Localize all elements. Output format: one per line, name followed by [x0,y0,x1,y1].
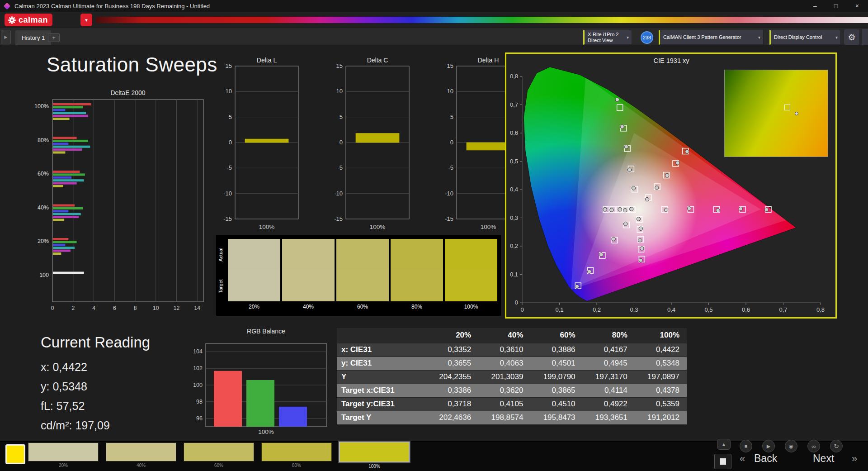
table-cell: 0,4167 [583,343,635,357]
delta_h-bar [467,143,510,150]
calman-logo[interactable]: calman [5,14,52,26]
refresh-button[interactable]: ↻ [830,440,843,452]
target-row-label: Target [218,271,225,302]
table-cell: 0,4114 [583,384,635,397]
table-cell: 0,4422 [635,343,687,357]
svg-text:0,7: 0,7 [779,306,787,313]
svg-text:0: 0 [520,306,524,313]
svg-text:-15: -15 [334,215,343,222]
link-button[interactable]: ∞ [807,440,820,452]
tab-history-1[interactable]: History 1 [15,30,51,45]
chevron-down-icon: ▾ [758,35,760,40]
cie-measured-marker-blue [623,222,627,225]
svg-text:0,1: 0,1 [510,271,518,278]
chevron-down-icon: ▾ [627,35,629,40]
saturation-patch-80%[interactable] [261,442,332,461]
stop-button[interactable]: ■ [740,440,752,452]
layout-view-button[interactable] [714,454,731,469]
meter-dropdown[interactable]: X-Rite i1Pro 2 Direct View ▾ [583,30,632,45]
table-cell: 0,3610 [478,343,530,357]
table-row: Target y:CIE310,37180,41050,45100,49220,… [337,397,687,411]
back-button[interactable]: Back [754,452,777,465]
deltae-bar [53,115,88,117]
back-chevron-icon[interactable]: « [740,453,745,465]
calman-flower-icon [8,16,16,24]
svg-text:80%: 80% [38,137,49,143]
table-cell: 191,2012 [635,411,687,424]
svg-text:100%: 100% [259,224,275,230]
eject-button[interactable]: ▲ [717,439,731,450]
svg-text:10: 10 [447,88,453,95]
svg-text:0,7: 0,7 [510,101,518,108]
maximize-button[interactable]: □ [826,0,846,12]
table-cell: 0,3865 [530,384,582,397]
display-control-dropdown[interactable]: Direct Display Control ▾ [769,30,841,45]
swatch-label: 20% [228,304,280,310]
cie-1931-panel: CIE 1931 xy00,10,20,30,40,50,60,70,800,1… [505,52,837,319]
window-title: Calman 2023 Calman Ultimate for Business… [14,3,210,10]
deltae-bar [53,210,68,212]
deltae-bar [53,241,77,243]
close-button[interactable]: × [846,0,868,12]
deltae-bar [53,118,70,120]
actual-swatch [336,239,389,270]
page-title: Saturation Sweeps [47,53,217,76]
logo-menu-button[interactable]: ▾ [80,14,92,26]
deltae-2000-chart: DeltaE 200002468101214100%80%60%40%20%10… [27,89,212,315]
saturation-patch-60%[interactable] [184,442,254,461]
cie-measured-marker-magenta [640,247,644,250]
cie-measured-marker-yellow [665,173,669,177]
deltae-bar [53,252,61,255]
svg-text:102: 102 [193,365,203,371]
add-tab-button[interactable]: + [48,33,60,42]
svg-text:5: 5 [229,114,232,120]
swatch-label: 40% [282,304,335,310]
swatch-column: 20% [228,239,280,310]
svg-text:CIE 1931 xy: CIE 1931 xy [654,57,690,64]
deltae-bar [53,247,75,249]
svg-text:5: 5 [450,114,453,120]
pattern-generator-dropdown[interactable]: CalMAN Client 3 Pattern Generator ▾ [659,30,764,45]
current-color-chip [5,444,25,464]
next-button[interactable]: Next [813,452,834,465]
meter-count-badge[interactable]: 238 [641,31,653,44]
tab-scroll-button[interactable]: ▶ [1,30,11,44]
minimize-button[interactable]: – [805,0,826,12]
table-header-row: 20%40%60%80%100% [337,328,687,343]
bottom-bar: 20%40%60%80%100% ▲ ■ ▶ ◉ ∞ ↻ « Back Next… [0,441,868,471]
svg-text:8: 8 [134,305,137,311]
svg-text:0: 0 [515,299,518,306]
play-button[interactable]: ▶ [762,440,775,452]
settings-gear-button[interactable]: ⚙ [844,29,860,45]
table-cell: 199,0790 [530,370,582,384]
layout-view-icon [720,458,726,465]
svg-text:-5: -5 [448,164,453,171]
table-cell: 0,4945 [583,357,635,370]
saturation-patch-40%[interactable] [106,442,176,461]
cie-measured-marker-green [624,145,628,148]
next-chevron-icon[interactable]: » [852,453,857,465]
saturation-patch-100%[interactable] [339,442,410,462]
cie-measured-marker-yellow [676,161,679,165]
display-control-name: Direct Display Control [774,34,833,40]
saturation-patch-20%[interactable] [28,442,99,461]
svg-text:0: 0 [51,305,54,311]
deltae-bar [53,219,64,221]
deltae-bar [53,137,77,139]
table-cell: 195,8473 [530,411,582,424]
patch-item: 40% [106,442,176,469]
deltae-bar [53,244,65,246]
table-header-cell: 60% [530,328,582,343]
cie-measured-marker-blue [587,270,591,273]
svg-text:0,1: 0,1 [555,306,563,313]
toolbar-edge-button[interactable] [862,29,868,45]
svg-text:12: 12 [174,305,180,311]
table-cell: 0,3620 [478,384,530,397]
red-balance-bar [214,371,242,427]
svg-text:40%: 40% [38,205,49,211]
row-label: y: CIE31 [337,357,426,370]
swatch-label: 100% [445,304,497,310]
record-button[interactable]: ◉ [785,440,797,452]
patch-item: 100% [339,442,410,469]
table-cell: 0,3718 [426,397,478,411]
